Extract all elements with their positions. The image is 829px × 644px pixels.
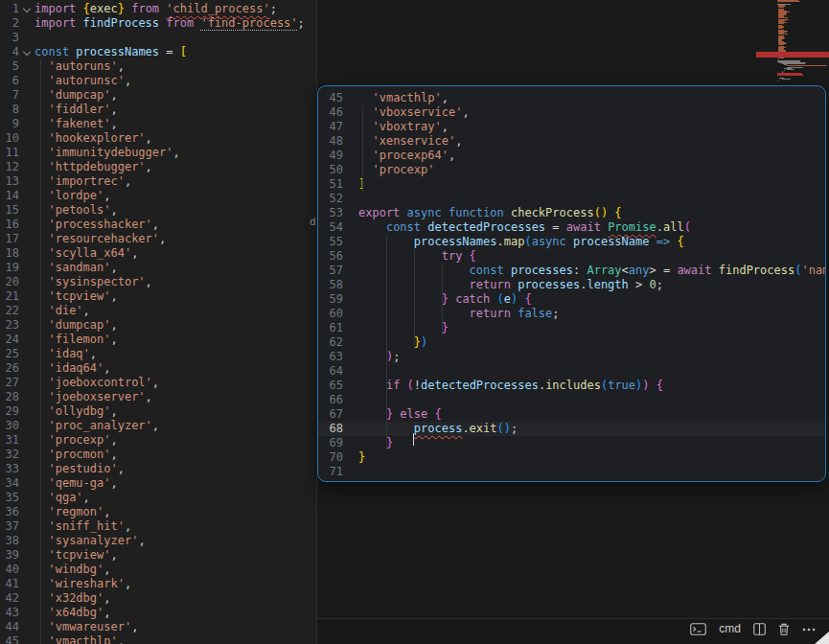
code-line-6[interactable]: 6 'autorunsc', [0, 74, 316, 88]
line-number[interactable]: 64 [318, 364, 343, 379]
line-number[interactable]: 15 [0, 203, 19, 218]
code-line-7[interactable]: 7 'dumpcap', [0, 88, 316, 103]
line-number[interactable]: 69 [318, 436, 343, 450]
code-line-44[interactable]: 44 'vmwareuser', [0, 620, 316, 634]
line-number[interactable]: 48 [318, 134, 343, 149]
code-line-5[interactable]: 5 'autoruns', [0, 59, 316, 74]
line-number[interactable]: 47 [318, 120, 343, 134]
code-line-68[interactable]: 68 process.exit(); [318, 422, 825, 436]
code-line-32[interactable]: 32 'procmon', [0, 448, 316, 462]
code-line-58[interactable]: 58 return processes.length > 0; [318, 278, 825, 292]
code-line-57[interactable]: 57 const processes: Array<any> = await f… [318, 264, 825, 278]
line-number[interactable]: 63 [318, 350, 343, 364]
trash-icon[interactable] [778, 623, 790, 635]
line-number[interactable]: 13 [0, 174, 19, 189]
line-number[interactable]: 44 [0, 620, 19, 634]
line-number[interactable]: 70 [318, 450, 343, 465]
line-number[interactable]: 1 [0, 2, 19, 16]
line-number[interactable]: 51 [318, 177, 343, 192]
line-number[interactable]: 11 [0, 146, 19, 160]
line-number[interactable]: 58 [318, 278, 343, 292]
code-line-10[interactable]: 10 'hookexplorer', [0, 131, 316, 146]
code-line-14[interactable]: 14 'lordpe', [0, 189, 316, 203]
line-number[interactable]: 66 [318, 393, 343, 407]
code-line-11[interactable]: 11 'immunitydebugger', [0, 146, 316, 160]
terminal-icon[interactable] [690, 623, 706, 635]
line-number[interactable]: 31 [0, 433, 19, 448]
code-line-60[interactable]: 60 return false; [318, 307, 825, 321]
code-line-17[interactable]: 17 'resourcehacker', [0, 232, 316, 246]
line-number[interactable]: 14 [0, 189, 19, 203]
code-line-59[interactable]: 59 } catch (e) { [318, 292, 825, 307]
code-line-63[interactable]: 63 ); [318, 350, 825, 364]
code-line-1[interactable]: 1import {exec} from 'child_process'; [0, 2, 316, 16]
code-line-69[interactable]: 69 } [318, 436, 825, 450]
line-number[interactable]: 60 [318, 307, 343, 321]
code-line-46[interactable]: 46 'vboxservice', [318, 105, 825, 120]
code-line-55[interactable]: 55 processNames.map(async processName =>… [318, 235, 825, 249]
line-number[interactable]: 30 [0, 419, 19, 433]
line-number[interactable]: 50 [318, 163, 343, 177]
line-number[interactable]: 71 [318, 465, 343, 479]
line-number[interactable]: 46 [318, 105, 343, 120]
code-line-45[interactable]: 45 'vmacthlp', [0, 634, 316, 644]
line-number[interactable]: 25 [0, 347, 19, 361]
line-number[interactable]: 59 [318, 292, 343, 307]
minimap[interactable] [756, 0, 829, 84]
code-line-4[interactable]: 4const processNames = [ [0, 45, 316, 59]
line-number[interactable]: 54 [318, 220, 343, 235]
line-number[interactable]: 26 [0, 361, 19, 376]
line-number[interactable]: 2 [0, 16, 19, 31]
code-line-26[interactable]: 26 'idaq64', [0, 361, 316, 376]
code-line-71[interactable]: 71 [318, 465, 825, 479]
code-line-43[interactable]: 43 'x64dbg', [0, 606, 316, 620]
line-number[interactable]: 53 [318, 206, 343, 220]
code-line-40[interactable]: 40 'windbg', [0, 563, 316, 577]
line-number[interactable]: 6 [0, 74, 19, 88]
code-line-49[interactable]: 49 'procexp64', [318, 149, 825, 163]
line-number[interactable]: 9 [0, 117, 19, 131]
line-number[interactable]: 61 [318, 321, 343, 335]
line-number[interactable]: 33 [0, 462, 19, 476]
line-number[interactable]: 10 [0, 131, 19, 146]
line-number[interactable]: 45 [318, 91, 343, 105]
code-line-20[interactable]: 20 'sysinspector', [0, 275, 316, 289]
line-number[interactable]: 62 [318, 335, 343, 350]
line-number[interactable]: 36 [0, 505, 19, 519]
line-number[interactable]: 55 [318, 235, 343, 249]
fold-chevron-icon[interactable] [19, 45, 35, 59]
code-line-18[interactable]: 18 'scylla_x64', [0, 246, 316, 261]
code-line-34[interactable]: 34 'qemu-ga', [0, 476, 316, 491]
code-line-2[interactable]: 2import findProcess from 'find-process'; [0, 16, 316, 31]
line-number[interactable]: 20 [0, 275, 19, 289]
code-line-54[interactable]: 54 const detectedProcesses = await Promi… [318, 220, 825, 235]
code-line-50[interactable]: 50 'procexp' [318, 163, 825, 177]
line-number[interactable]: 29 [0, 404, 19, 419]
line-number[interactable]: 39 [0, 548, 19, 563]
line-number[interactable]: 8 [0, 103, 19, 117]
line-number[interactable]: 32 [0, 448, 19, 462]
code-line-37[interactable]: 37 'sniff_hit', [0, 519, 316, 534]
code-line-30[interactable]: 30 'proc_analyzer', [0, 419, 316, 433]
code-line-27[interactable]: 27 'joeboxcontrol', [0, 376, 316, 390]
code-line-41[interactable]: 41 'wireshark', [0, 577, 316, 591]
code-line-70[interactable]: 70} [318, 450, 825, 465]
line-number[interactable]: 4 [0, 45, 19, 59]
line-number[interactable]: 12 [0, 160, 19, 174]
code-line-24[interactable]: 24 'filemon', [0, 333, 316, 347]
code-line-48[interactable]: 48 'xenservice', [318, 134, 825, 149]
editor-pane-left[interactable]: 1import {exec} from 'child_process';2imp… [0, 0, 316, 644]
code-line-3[interactable]: 3 [0, 31, 316, 45]
code-line-23[interactable]: 23 'dumpcap', [0, 318, 316, 333]
line-number[interactable]: 5 [0, 59, 19, 74]
line-number[interactable]: 57 [318, 264, 343, 278]
code-line-45[interactable]: 45 'vmacthlp', [318, 91, 825, 105]
code-line-47[interactable]: 47 'vboxtray', [318, 120, 825, 134]
fold-chevron-icon[interactable] [19, 2, 35, 16]
code-line-56[interactable]: 56 try { [318, 249, 825, 264]
line-number[interactable]: 34 [0, 476, 19, 491]
code-line-8[interactable]: 8 'fiddler', [0, 103, 316, 117]
line-number[interactable]: 17 [0, 232, 19, 246]
split-editor-icon[interactable] [753, 623, 766, 635]
terminal-profile-label[interactable]: cmd [719, 622, 741, 636]
